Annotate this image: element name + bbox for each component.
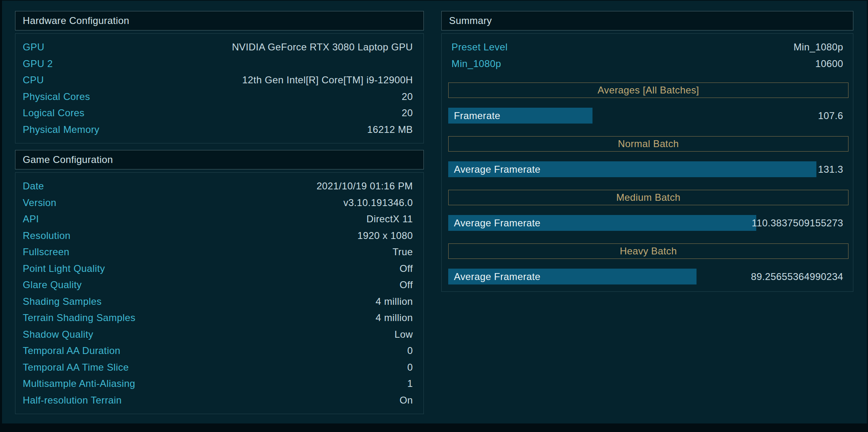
averages-framerate-bar-label: Framerate	[454, 108, 500, 124]
normal-batch-framerate-value: 131.3	[818, 161, 843, 177]
heavy-batch-framerate-bar-label: Average Framerate	[454, 269, 540, 284]
row-half-res-terrain: Half-resolution Terrain On	[23, 392, 413, 409]
section-normal-batch-header-label: Normal Batch	[618, 138, 679, 150]
hardware-config-title: Hardware Configuration	[23, 15, 129, 26]
row-physical-cores: Physical Cores 20	[23, 89, 413, 105]
row-resolution-value: 1920 x 1080	[357, 230, 413, 241]
row-gpu: GPU NVIDIA GeForce RTX 3080 Laptop GPU	[23, 39, 413, 56]
normal-batch-framerate-bar-label: Average Framerate	[454, 161, 540, 177]
row-fullscreen: Fullscreen True	[23, 244, 413, 261]
row-point-light-quality-label: Point Light Quality	[23, 263, 105, 274]
hardware-config-box: GPU NVIDIA GeForce RTX 3080 Laptop GPU G…	[15, 33, 424, 143]
medium-batch-framerate-bar-label: Average Framerate	[454, 215, 540, 231]
row-terrain-shading-samples-label: Terrain Shading Samples	[23, 312, 135, 323]
row-shadow-quality-value: Low	[395, 329, 413, 340]
row-temporal-aa-duration-value: 0	[407, 345, 413, 356]
heavy-batch-framerate-bar: Average Framerate 89.25655364990234	[448, 269, 848, 284]
row-multisample-aa-value: 1	[407, 378, 413, 389]
row-glare-quality: Glare Quality Off	[23, 277, 413, 293]
row-date-value: 2021/10/19 01:16 PM	[317, 180, 413, 192]
row-version-label: Version	[23, 197, 56, 208]
game-config-box: Date 2021/10/19 01:16 PM Version v3.10.1…	[15, 172, 424, 414]
section-medium-batch-header: Medium Batch	[448, 190, 848, 205]
row-shadow-quality: Shadow Quality Low	[23, 326, 413, 343]
normal-batch-framerate-bar: Average Framerate 131.3	[448, 161, 848, 177]
row-physical-memory-label: Physical Memory	[23, 124, 100, 135]
row-half-res-terrain-value: On	[399, 395, 413, 406]
heavy-batch-framerate-value: 89.25655364990234	[751, 269, 843, 284]
row-gpu-label: GPU	[23, 41, 44, 53]
row-multisample-aa-label: Multisample Anti-Aliasing	[23, 378, 135, 389]
row-physical-cores-value: 20	[402, 91, 413, 102]
row-terrain-shading-samples: Terrain Shading Samples 4 million	[23, 310, 413, 326]
averages-framerate-value: 107.6	[818, 108, 843, 124]
section-heavy-batch-header: Heavy Batch	[448, 243, 848, 259]
row-logical-cores: Logical Cores 20	[23, 105, 413, 122]
row-cpu-value: 12th Gen Intel[R] Core[TM] i9-12900H	[242, 74, 413, 86]
summary-title: Summary	[449, 15, 492, 26]
row-point-light-quality-value: Off	[399, 263, 413, 274]
row-terrain-shading-samples-value: 4 million	[375, 312, 413, 323]
row-shading-samples-label: Shading Samples	[23, 296, 102, 307]
row-cpu-label: CPU	[23, 74, 44, 86]
row-half-res-terrain-label: Half-resolution Terrain	[23, 395, 122, 406]
screen-edge-top	[0, 0, 868, 1]
summary-header: Summary	[441, 11, 853, 30]
section-heavy-batch-header-label: Heavy Batch	[620, 245, 677, 257]
hardware-config-header: Hardware Configuration	[15, 11, 424, 30]
summary-box: Preset Level Min_1080p Min_1080p 10600 A…	[441, 33, 853, 292]
row-gpu2-label: GPU 2	[23, 58, 53, 69]
row-temporal-aa-time-slice: Temporal AA Time Slice 0	[23, 359, 413, 376]
row-resolution: Resolution 1920 x 1080	[23, 228, 413, 244]
row-date-label: Date	[23, 180, 44, 192]
row-version: Version v3.10.191346.0	[23, 195, 413, 211]
benchmark-results-screen: Hardware Configuration GPU NVIDIA GeForc…	[0, 0, 868, 432]
row-logical-cores-value: 20	[402, 107, 413, 119]
row-shadow-quality-label: Shadow Quality	[23, 329, 93, 340]
row-resolution-label: Resolution	[23, 230, 70, 241]
row-preset-level-label: Preset Level	[451, 41, 508, 53]
left-column: Hardware Configuration GPU NVIDIA GeForc…	[15, 11, 424, 414]
row-logical-cores-label: Logical Cores	[23, 107, 85, 119]
row-score: Min_1080p 10600	[442, 56, 853, 72]
section-normal-batch-header: Normal Batch	[448, 136, 848, 152]
row-temporal-aa-duration: Temporal AA Duration 0	[23, 343, 413, 359]
row-preset-level: Preset Level Min_1080p	[442, 39, 853, 56]
row-temporal-aa-time-slice-label: Temporal AA Time Slice	[23, 362, 129, 373]
row-api: API DirectX 11	[23, 211, 413, 228]
screen-edge-left	[0, 0, 2, 432]
row-point-light-quality: Point Light Quality Off	[23, 261, 413, 277]
row-physical-cores-label: Physical Cores	[23, 91, 90, 102]
row-physical-memory: Physical Memory 16212 MB	[23, 122, 413, 138]
averages-framerate-bar: Framerate 107.6	[448, 108, 848, 124]
row-glare-quality-label: Glare Quality	[23, 279, 82, 291]
medium-batch-framerate-value: 110.3837509155273	[752, 215, 843, 231]
row-cpu: CPU 12th Gen Intel[R] Core[TM] i9-12900H	[23, 72, 413, 89]
row-temporal-aa-time-slice-value: 0	[407, 362, 413, 373]
row-api-label: API	[23, 213, 39, 225]
row-fullscreen-label: Fullscreen	[23, 246, 69, 258]
row-preset-level-value: Min_1080p	[794, 41, 843, 53]
row-physical-memory-value: 16212 MB	[367, 124, 413, 135]
row-glare-quality-value: Off	[399, 279, 413, 291]
row-date: Date 2021/10/19 01:16 PM	[23, 178, 413, 195]
right-column: Summary Preset Level Min_1080p Min_1080p…	[441, 11, 853, 292]
medium-batch-framerate-bar: Average Framerate 110.3837509155273	[448, 215, 848, 231]
row-gpu2: GPU 2	[23, 56, 413, 72]
row-shading-samples: Shading Samples 4 million	[23, 293, 413, 310]
row-score-label: Min_1080p	[451, 58, 501, 69]
row-version-value: v3.10.191346.0	[343, 197, 413, 208]
section-medium-batch-header-label: Medium Batch	[616, 192, 680, 203]
section-averages-header: Averages [All Batches]	[448, 82, 848, 98]
row-fullscreen-value: True	[393, 246, 413, 258]
game-config-header: Game Configuration	[15, 150, 424, 169]
row-api-value: DirectX 11	[367, 213, 413, 225]
row-temporal-aa-duration-label: Temporal AA Duration	[23, 345, 120, 356]
row-shading-samples-value: 4 million	[375, 296, 413, 307]
screen-edge-bottom	[0, 423, 868, 432]
row-score-value: 10600	[815, 58, 843, 69]
row-multisample-aa: Multisample Anti-Aliasing 1	[23, 376, 413, 392]
row-gpu-value: NVIDIA GeForce RTX 3080 Laptop GPU	[232, 41, 413, 53]
game-config-title: Game Configuration	[23, 154, 113, 165]
section-averages-header-label: Averages [All Batches]	[598, 85, 699, 96]
